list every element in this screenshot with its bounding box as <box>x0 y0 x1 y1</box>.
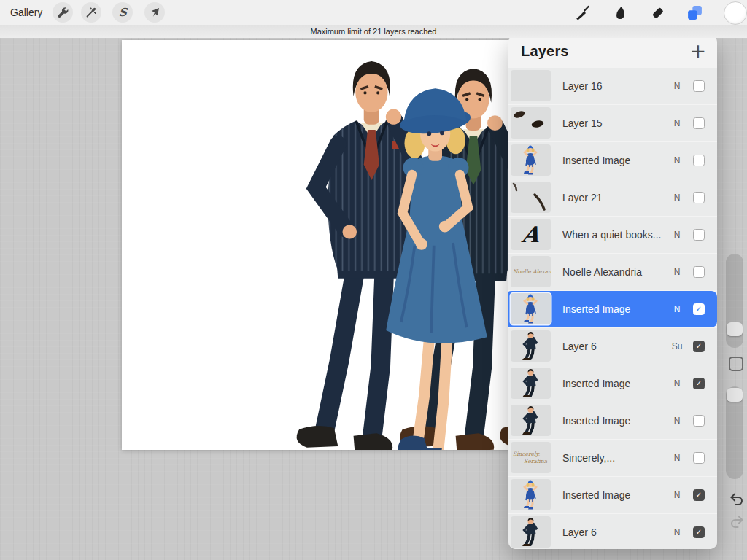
layer-name: Layer 6 <box>562 526 668 538</box>
smudge-button[interactable] <box>611 4 629 21</box>
modify-button[interactable] <box>729 357 743 371</box>
layer-row[interactable]: Inserted Image N ✓ <box>508 142 717 179</box>
layer-name: Layer 6 <box>562 341 668 352</box>
blend-mode-button[interactable]: Su <box>668 341 686 351</box>
layer-thumbnail[interactable] <box>511 516 551 548</box>
layer-thumbnail[interactable]: A <box>511 219 551 250</box>
layer-visibility-checkbox[interactable]: ✓ <box>693 80 705 92</box>
adjustments-button[interactable] <box>81 2 101 23</box>
redo-button[interactable] <box>727 513 746 532</box>
layer-visibility-checkbox[interactable]: ✓ <box>693 229 705 241</box>
blend-mode-button[interactable]: N <box>668 453 686 463</box>
layer-row[interactable]: Layer 6 Su ✓ <box>508 328 717 365</box>
layers-panel: Layers + Layer 16 N ✓ Layer 15 N ✓ Inser… <box>508 34 717 549</box>
brush-size-slider-handle[interactable] <box>727 322 743 336</box>
layer-row[interactable]: Inserted Image N ✓ <box>508 477 717 513</box>
blend-mode-button[interactable]: N <box>668 527 686 537</box>
layers-panel-title: Layers <box>521 43 569 60</box>
opacity-slider-handle[interactable] <box>727 388 743 402</box>
color-button[interactable] <box>724 1 747 25</box>
layer-thumbnail[interactable] <box>511 144 551 176</box>
layer-thumbnail[interactable] <box>511 107 551 139</box>
layer-name: Inserted Image <box>562 155 668 166</box>
layer-row[interactable]: Inserted Image N ✓ <box>508 402 717 439</box>
layer-visibility-checkbox[interactable]: ✓ <box>693 266 705 278</box>
blend-mode-button[interactable]: N <box>668 155 686 166</box>
layer-name: Sincerely,... <box>562 452 668 464</box>
layer-name: Layer 15 <box>562 117 668 129</box>
undo-button[interactable] <box>727 490 746 509</box>
layer-thumbnail[interactable]: Sincerely,Serafina <box>511 442 551 473</box>
blend-mode-button[interactable]: N <box>668 378 686 389</box>
layer-row[interactable]: Layer 16 N ✓ <box>508 68 717 104</box>
layer-name: Noelle Alexandria <box>562 266 668 278</box>
top-toolbar: Gallery S <box>0 0 747 25</box>
layer-row[interactable]: Inserted Image N ✓ <box>508 291 717 327</box>
transform-arrow-icon <box>149 7 160 18</box>
layer-thumbnail[interactable] <box>511 405 551 436</box>
layer-row[interactable]: Sincerely,Serafina Sincerely,... N ✓ <box>508 440 717 476</box>
selection-s-icon: S <box>118 6 128 19</box>
layers-panel-header: Layers + <box>508 34 717 68</box>
layer-thumbnail[interactable] <box>511 479 551 510</box>
blend-mode-button[interactable]: N <box>668 81 686 91</box>
layer-thumbnail[interactable]: Noelle Alexandria <box>511 256 551 287</box>
undo-icon <box>729 491 745 508</box>
layer-visibility-checkbox[interactable]: ✓ <box>693 489 705 501</box>
layer-visibility-checkbox[interactable]: ✓ <box>693 378 705 389</box>
canvas-artwork <box>122 40 518 450</box>
add-layer-button[interactable]: + <box>689 42 706 60</box>
layer-name: Inserted Image <box>562 489 668 501</box>
eraser-button[interactable] <box>649 4 666 21</box>
layer-row[interactable]: Layer 6 N ✓ <box>508 514 717 549</box>
blend-mode-button[interactable]: N <box>668 416 686 426</box>
actions-button[interactable] <box>53 2 73 23</box>
layer-row[interactable]: Inserted Image N ✓ <box>508 365 717 402</box>
layer-visibility-checkbox[interactable]: ✓ <box>693 192 705 203</box>
layer-thumbnail[interactable] <box>511 182 551 213</box>
layer-name: Inserted Image <box>562 303 668 315</box>
selection-button[interactable]: S <box>112 2 133 23</box>
drawing-canvas[interactable] <box>122 40 518 450</box>
layer-name: Inserted Image <box>562 378 668 389</box>
layers-list: Layer 16 N ✓ Layer 15 N ✓ Inserted Image… <box>508 68 717 549</box>
blend-mode-button[interactable]: N <box>668 192 686 203</box>
layer-visibility-checkbox[interactable]: ✓ <box>693 117 705 129</box>
blend-mode-button[interactable]: N <box>668 304 686 314</box>
layer-thumbnail[interactable] <box>511 293 551 324</box>
layer-row[interactable]: A When a quiet books... N ✓ <box>508 217 717 253</box>
paint-brush-icon <box>574 4 590 20</box>
transform-button[interactable] <box>144 2 165 23</box>
layer-visibility-checkbox[interactable]: ✓ <box>693 155 705 166</box>
blend-mode-button[interactable]: N <box>668 118 686 128</box>
wrench-icon <box>57 7 69 18</box>
brush-button[interactable] <box>573 4 591 21</box>
blend-mode-button[interactable]: N <box>668 490 686 500</box>
layer-visibility-checkbox[interactable]: ✓ <box>693 415 705 427</box>
blend-mode-button[interactable]: N <box>668 230 686 240</box>
layer-row[interactable]: Layer 21 N ✓ <box>508 179 717 216</box>
layer-visibility-checkbox[interactable]: ✓ <box>693 526 705 538</box>
notification-banner: Maximum limit of 21 layers reached <box>0 25 747 38</box>
layer-name: Layer 21 <box>562 192 668 203</box>
layer-visibility-checkbox[interactable]: ✓ <box>693 341 705 352</box>
layers-icon <box>686 4 703 21</box>
layer-thumbnail[interactable] <box>511 330 551 362</box>
layer-visibility-checkbox[interactable]: ✓ <box>693 452 705 464</box>
layer-row[interactable]: Noelle Alexandria Noelle Alexandria N ✓ <box>508 254 717 290</box>
blend-mode-button[interactable]: N <box>668 267 686 277</box>
gallery-button[interactable]: Gallery <box>10 0 42 25</box>
layers-button[interactable] <box>686 4 703 21</box>
layer-name: Layer 16 <box>562 80 668 92</box>
eraser-icon <box>650 5 665 20</box>
redo-icon <box>729 514 745 530</box>
layer-name: Inserted Image <box>562 415 668 427</box>
layer-row[interactable]: Layer 15 N ✓ <box>508 105 717 141</box>
magic-wand-icon <box>85 7 97 18</box>
smudge-finger-icon <box>613 5 628 20</box>
layer-name: When a quiet books... <box>562 229 668 241</box>
layer-visibility-checkbox[interactable]: ✓ <box>693 303 705 315</box>
layer-thumbnail[interactable] <box>511 368 551 399</box>
layer-thumbnail[interactable] <box>511 70 551 101</box>
